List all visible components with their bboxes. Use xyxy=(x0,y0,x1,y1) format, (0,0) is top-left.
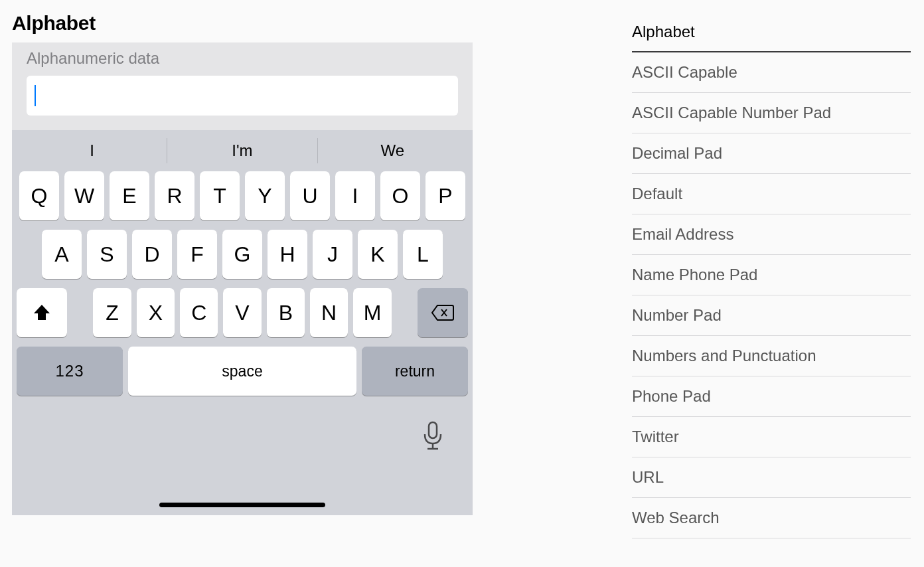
keyboard: Q W E R T Y U I O P A S D F G xyxy=(12,171,473,401)
key-j[interactable]: J xyxy=(313,230,352,279)
key-s[interactable]: S xyxy=(87,230,127,279)
key-e[interactable]: E xyxy=(110,171,149,220)
mic-icon[interactable] xyxy=(421,421,445,454)
key-y[interactable]: Y xyxy=(245,171,285,220)
key-o[interactable]: O xyxy=(380,171,420,220)
suggestion-2[interactable]: I'm xyxy=(167,137,317,164)
key-p[interactable]: P xyxy=(425,171,465,220)
suggestion-bar: I I'm We xyxy=(12,130,473,171)
key-l[interactable]: L xyxy=(403,230,443,279)
backspace-icon xyxy=(431,304,455,321)
key-m[interactable]: M xyxy=(353,288,391,337)
key-i[interactable]: I xyxy=(335,171,375,220)
key-u[interactable]: U xyxy=(290,171,330,220)
svg-rect-0 xyxy=(429,422,437,438)
key-shift[interactable] xyxy=(17,288,67,337)
key-c[interactable]: C xyxy=(180,288,218,337)
suggestion-1[interactable]: I xyxy=(17,137,167,164)
key-b[interactable]: B xyxy=(267,288,305,337)
key-w[interactable]: W xyxy=(64,171,104,220)
page-title: Alphabet xyxy=(12,12,473,35)
key-a[interactable]: A xyxy=(42,230,82,279)
key-x[interactable]: X xyxy=(137,288,175,337)
suggestion-3[interactable]: We xyxy=(318,137,467,164)
key-n[interactable]: N xyxy=(310,288,348,337)
keyboard-type-list: Alphabet ASCII Capable ASCII Capable Num… xyxy=(632,12,911,538)
key-r[interactable]: R xyxy=(155,171,194,220)
key-g[interactable]: G xyxy=(222,230,262,279)
sidebar-item-alphabet[interactable]: Alphabet xyxy=(632,12,911,52)
input-area: Alphanumeric data xyxy=(12,42,473,130)
key-space[interactable]: space xyxy=(128,347,356,396)
shift-icon xyxy=(32,303,52,322)
key-numbers[interactable]: 123 xyxy=(17,347,123,396)
keyboard-container: I I'm We Q W E R T Y U I O P xyxy=(12,130,473,515)
key-row-3: Z X C V B N M xyxy=(17,288,468,337)
sidebar-item-ascii-capable[interactable]: ASCII Capable xyxy=(632,52,911,93)
key-d[interactable]: D xyxy=(132,230,172,279)
sidebar-item-email-address[interactable]: Email Address xyxy=(632,214,911,255)
sidebar-item-numbers-and-punctuation[interactable]: Numbers and Punctuation xyxy=(632,336,911,376)
key-backspace[interactable] xyxy=(418,288,468,337)
sidebar-item-number-pad[interactable]: Number Pad xyxy=(632,295,911,336)
sidebar-item-decimal-pad[interactable]: Decimal Pad xyxy=(632,133,911,174)
sidebar-item-twitter[interactable]: Twitter xyxy=(632,417,911,457)
key-q[interactable]: Q xyxy=(19,171,59,220)
bottom-bar xyxy=(12,401,473,515)
device-frame: Alphanumeric data I I'm We Q W E R T Y xyxy=(12,42,473,515)
sidebar-item-name-phone-pad[interactable]: Name Phone Pad xyxy=(632,255,911,295)
sidebar-item-ascii-capable-number-pad[interactable]: ASCII Capable Number Pad xyxy=(632,93,911,133)
key-return[interactable]: return xyxy=(362,347,468,396)
key-k[interactable]: K xyxy=(358,230,398,279)
key-row-1: Q W E R T Y U I O P xyxy=(17,171,468,220)
sidebar-item-phone-pad[interactable]: Phone Pad xyxy=(632,376,911,417)
input-label: Alphanumeric data xyxy=(27,49,458,68)
sidebar-item-default[interactable]: Default xyxy=(632,174,911,214)
key-row-2: A S D F G H J K L xyxy=(17,230,468,279)
key-row-4: 123 space return xyxy=(17,347,468,396)
home-indicator[interactable] xyxy=(159,503,325,507)
key-h[interactable]: H xyxy=(268,230,307,279)
key-z[interactable]: Z xyxy=(93,288,131,337)
sidebar-item-web-search[interactable]: Web Search xyxy=(632,498,911,538)
key-v[interactable]: V xyxy=(223,288,261,337)
key-t[interactable]: T xyxy=(200,171,240,220)
key-f[interactable]: F xyxy=(177,230,217,279)
sidebar-item-url[interactable]: URL xyxy=(632,457,911,498)
text-input[interactable] xyxy=(27,76,458,116)
